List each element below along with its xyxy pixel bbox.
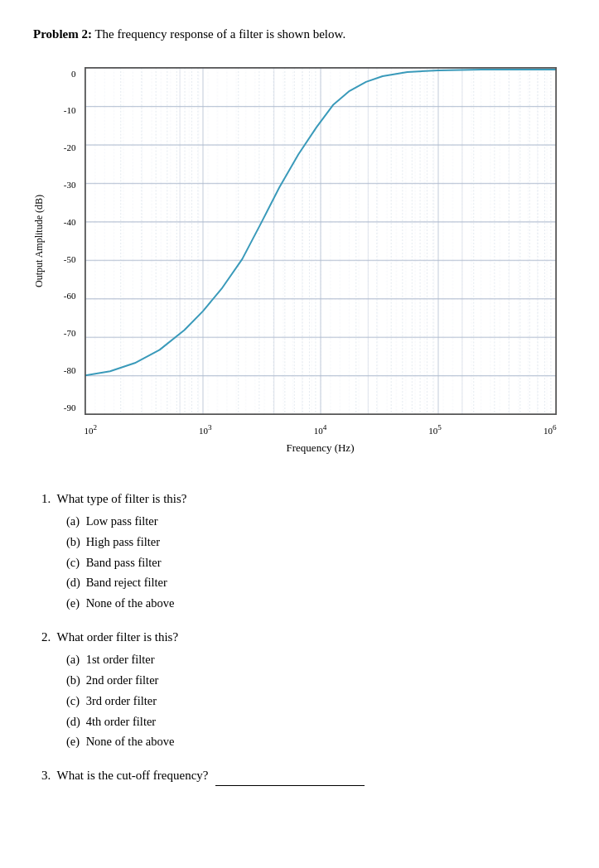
cutoff-frequency-blank bbox=[215, 766, 365, 786]
x-tick-labels: 102 103 104 105 106 bbox=[85, 422, 557, 437]
x-tick-1e6: 106 bbox=[543, 422, 557, 437]
list-item: (e) None of the above bbox=[66, 733, 566, 751]
list-item: (b) 2nd order filter bbox=[66, 672, 566, 690]
x-tick-1e3: 103 bbox=[199, 422, 212, 437]
list-item: (a) 1st order filter bbox=[66, 651, 566, 669]
chart-svg bbox=[85, 68, 556, 414]
x-tick-1e5: 105 bbox=[428, 422, 442, 437]
question-2-title: 2. What order filter is this? bbox=[41, 628, 566, 647]
list-item: (b) High pass filter bbox=[66, 533, 566, 552]
x-axis-label: Frequency (Hz) bbox=[85, 440, 557, 456]
problem-description: The frequency response of a filter is sh… bbox=[94, 27, 345, 41]
list-item: (e) None of the above bbox=[66, 595, 566, 613]
problem-header: Problem 2: The frequency response of a f… bbox=[33, 25, 566, 44]
list-item: (a) Low pass filter bbox=[66, 513, 566, 531]
problem-number: Problem 2: bbox=[33, 27, 92, 41]
list-item: (d) 4th order filter bbox=[66, 713, 566, 731]
y-tick-labels: 0 -10 -20 -30 -40 -50 -60 -70 -80 -90 bbox=[35, 67, 80, 415]
question-2-options: (a) 1st order filter (b) 2nd order filte… bbox=[41, 651, 566, 751]
chart-container: Output Amplitude (dB) 0 -10 -20 -30 -40 … bbox=[35, 59, 565, 465]
question-1-options: (a) Low pass filter (b) High pass filter… bbox=[41, 513, 566, 613]
questions-section: 1. What type of filter is this? (a) Low … bbox=[33, 489, 566, 786]
list-item: (c) Band pass filter bbox=[66, 554, 566, 572]
question-2-block: 2. What order filter is this? (a) 1st or… bbox=[41, 628, 566, 751]
question-1-block: 1. What type of filter is this? (a) Low … bbox=[41, 489, 566, 613]
list-item: (c) 3rd order filter bbox=[66, 692, 566, 711]
x-tick-1e2: 102 bbox=[85, 422, 98, 437]
list-item: (d) Band reject filter bbox=[66, 574, 566, 592]
question-1-title: 1. What type of filter is this? bbox=[41, 489, 566, 509]
question-3-block: 3. What is the cut-off frequency? bbox=[41, 766, 566, 786]
x-tick-1e4: 104 bbox=[314, 422, 327, 437]
chart-area bbox=[85, 67, 557, 415]
